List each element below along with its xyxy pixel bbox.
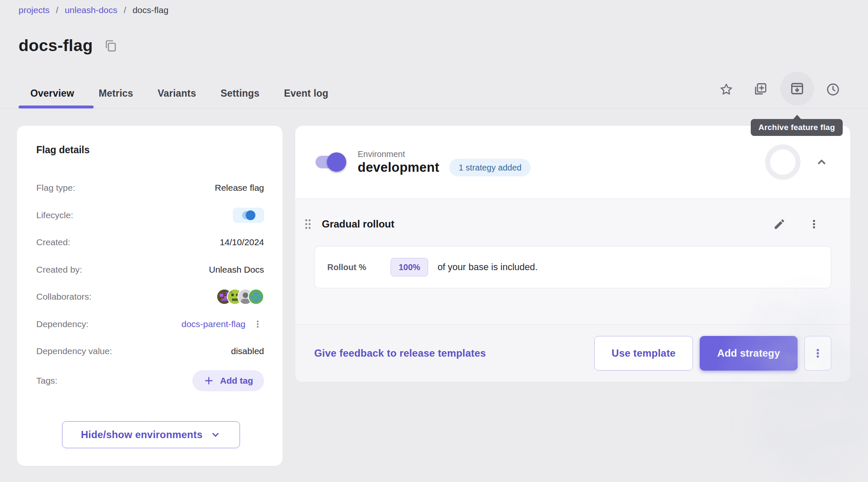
copy-name-icon[interactable] bbox=[102, 37, 119, 54]
breadcrumb-current-flag: docs-flag bbox=[132, 5, 168, 15]
tab-event-log[interactable]: Event log bbox=[272, 81, 340, 106]
environment-header: Environment development 1 strategy added bbox=[295, 126, 850, 198]
tags-label: Tags: bbox=[36, 376, 57, 386]
page-title: docs-flag bbox=[19, 36, 93, 55]
row-dependency-value: Dependency value: disabled bbox=[36, 338, 264, 365]
environment-text: Environment development bbox=[358, 149, 439, 175]
tab-settings[interactable]: Settings bbox=[208, 81, 272, 106]
more-actions-kebab-button[interactable] bbox=[804, 336, 831, 371]
environment-name: development bbox=[358, 160, 439, 175]
history-clock-icon[interactable] bbox=[821, 78, 845, 101]
copy-flag-icon[interactable] bbox=[748, 78, 772, 101]
row-collaborators: Collaborators: bbox=[36, 283, 264, 311]
row-created-by: Created by: Unleash Docs bbox=[36, 256, 264, 284]
rollout-percentage-chip: 100% bbox=[391, 258, 428, 276]
flag-type-value: Release flag bbox=[215, 183, 264, 193]
created-value: 14/10/2024 bbox=[220, 237, 264, 247]
environment-accordion: Environment development 1 strategy added… bbox=[295, 126, 850, 382]
strategy-menu-kebab-icon[interactable] bbox=[804, 214, 824, 234]
plus-icon bbox=[203, 375, 214, 386]
hide-show-environments-label: Hide/show environments bbox=[81, 429, 202, 441]
lifecycle-stage-icon[interactable] bbox=[233, 208, 264, 223]
dependency-value-wrap: docs-parent-flag bbox=[181, 316, 264, 333]
dependency-value-label: Dependency value: bbox=[36, 346, 112, 356]
flag-type-label: Flag type: bbox=[36, 183, 75, 193]
strategy-count-badge: 1 strategy added bbox=[449, 159, 531, 176]
lifecycle-label: Lifecycle: bbox=[36, 210, 73, 220]
tab-bar: Overview Metrics Variants Settings Event… bbox=[19, 81, 341, 106]
collapse-chevron-up-icon[interactable] bbox=[811, 152, 832, 172]
row-created: Created: 14/10/2024 bbox=[36, 229, 264, 256]
rollout-description: of your base is included. bbox=[437, 262, 537, 273]
flag-details-title: Flag details bbox=[36, 144, 264, 156]
collaborators-label: Collaborators: bbox=[36, 292, 92, 302]
dependency-label: Dependency: bbox=[36, 319, 89, 329]
tab-overview[interactable]: Overview bbox=[19, 81, 86, 106]
edit-strategy-pencil-icon[interactable] bbox=[769, 214, 790, 234]
active-tab-indicator bbox=[19, 106, 94, 108]
add-strategy-button[interactable]: Add strategy bbox=[700, 336, 798, 371]
environment-footer: Give feedback to release templates Use t… bbox=[295, 324, 850, 382]
rollout-label: Rollout % bbox=[327, 263, 366, 272]
kebab-icon bbox=[812, 347, 823, 360]
dependency-menu-kebab-icon[interactable] bbox=[251, 316, 264, 333]
strategy-section: Gradual rollout Rollout % 100% of your b… bbox=[295, 198, 850, 324]
row-flag-type: Flag type: Release flag bbox=[36, 174, 264, 202]
metrics-ring bbox=[765, 144, 801, 180]
flag-details-panel: Flag details Flag type: Release flag Lif… bbox=[17, 126, 283, 466]
archive-flag-icon[interactable] bbox=[780, 72, 814, 106]
tab-variants[interactable]: Variants bbox=[146, 81, 208, 106]
add-tag-button[interactable]: Add tag bbox=[192, 370, 264, 391]
breadcrumb-separator: / bbox=[56, 5, 59, 15]
toggle-thumb bbox=[327, 152, 346, 172]
favorite-star-icon[interactable] bbox=[714, 78, 738, 101]
row-dependency: Dependency: docs-parent-flag bbox=[36, 311, 264, 338]
release-templates-feedback-link[interactable]: Give feedback to release templates bbox=[314, 347, 486, 359]
created-label: Created: bbox=[36, 237, 70, 247]
rollout-summary: Rollout % 100% of your base is included. bbox=[314, 246, 831, 288]
chevron-down-icon bbox=[210, 429, 221, 440]
use-template-button[interactable]: Use template bbox=[594, 336, 693, 371]
collaborator-avatars[interactable] bbox=[216, 289, 264, 305]
strategy-title: Gradual rollout bbox=[322, 218, 394, 230]
row-tags: Tags: Add tag bbox=[36, 365, 264, 396]
breadcrumb-project-name[interactable]: unleash-docs bbox=[65, 5, 117, 15]
row-lifecycle: Lifecycle: bbox=[36, 202, 264, 229]
dependency-flag-link[interactable]: docs-parent-flag bbox=[181, 319, 245, 329]
environment-label: Environment bbox=[358, 149, 439, 159]
breadcrumb-projects[interactable]: projects bbox=[19, 5, 50, 15]
add-tag-label: Add tag bbox=[220, 376, 253, 386]
strategy-header: Gradual rollout bbox=[295, 209, 850, 239]
tabs-divider bbox=[0, 108, 868, 108]
hide-show-environments-button[interactable]: Hide/show environments bbox=[62, 421, 240, 448]
breadcrumb-separator: / bbox=[124, 5, 126, 15]
flag-details-rows: Flag type: Release flag Lifecycle: Creat… bbox=[36, 174, 264, 396]
created-by-label: Created by: bbox=[36, 265, 82, 275]
breadcrumb: projects / unleash-docs / docs-flag bbox=[19, 5, 168, 15]
tab-metrics[interactable]: Metrics bbox=[86, 81, 146, 106]
footer-actions: Use template Add strategy bbox=[594, 336, 831, 371]
avatar bbox=[248, 289, 264, 305]
created-by-value: Unleash Docs bbox=[209, 265, 264, 275]
page-title-row: docs-flag bbox=[19, 36, 119, 55]
environment-toggle[interactable] bbox=[315, 152, 345, 172]
archive-tooltip: Archive feature flag bbox=[751, 119, 843, 136]
drag-handle-icon[interactable] bbox=[302, 215, 314, 233]
dependency-value-value: disabled bbox=[231, 346, 264, 356]
